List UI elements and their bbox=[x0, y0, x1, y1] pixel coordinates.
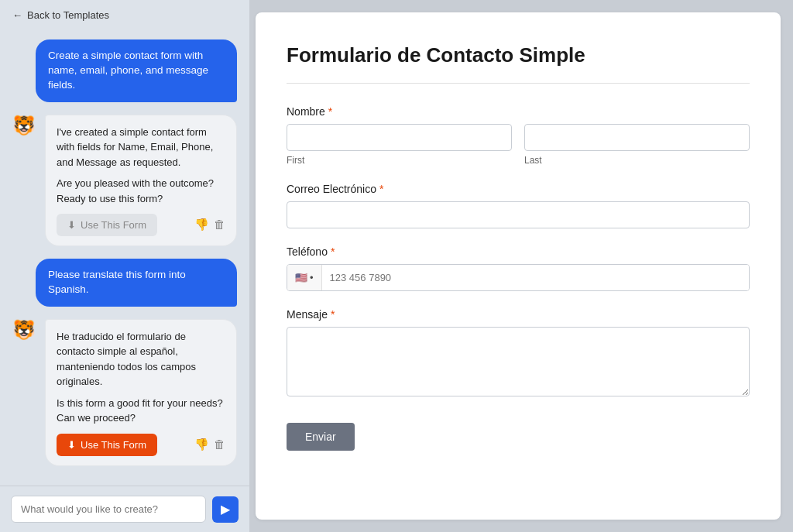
last-name-sublabel: Last bbox=[524, 155, 750, 166]
nombre-required: * bbox=[328, 105, 332, 118]
last-name-col: Last bbox=[524, 124, 750, 166]
download-icon-1: ⬇ bbox=[67, 219, 76, 231]
bot-bubble-2: He traducido el formulario de contacto s… bbox=[45, 319, 237, 466]
form-group-email: Correo Electrónico * bbox=[287, 183, 750, 228]
submit-button[interactable]: Enviar bbox=[287, 423, 355, 451]
first-name-sublabel: First bbox=[287, 155, 512, 166]
use-form-label-1: Use This Form bbox=[81, 219, 146, 231]
use-form-button-2[interactable]: ⬇ Use This Form bbox=[57, 434, 157, 456]
trash-icon-1[interactable]: 🗑 bbox=[214, 216, 225, 234]
form-group-nombre: Nombre * First Last bbox=[287, 105, 750, 166]
back-arrow-icon: ← bbox=[12, 9, 22, 21]
nombre-row: First Last bbox=[287, 124, 750, 166]
email-input[interactable] bbox=[287, 201, 750, 228]
use-form-button-1[interactable]: ⬇ Use This Form bbox=[57, 214, 157, 236]
thumbs-down-icon-1[interactable]: 👎 bbox=[194, 216, 209, 234]
user-message-2: Please translate this form into Spanish. bbox=[36, 259, 237, 307]
bot-message-2: 🐯 He traducido el formulario de contacto… bbox=[12, 319, 237, 466]
bot-avatar-2: 🐯 bbox=[12, 321, 37, 345]
us-flag-icon: 🇺🇸 bbox=[295, 272, 307, 283]
bot-text-2a: He traducido el formulario de contacto s… bbox=[57, 329, 225, 390]
bot-text-1a: I've created a simple contact form with … bbox=[57, 125, 225, 170]
form-group-mensaje: Mensaje * bbox=[287, 308, 750, 400]
use-form-label-2: Use This Form bbox=[81, 439, 146, 451]
send-icon: ▶ bbox=[221, 502, 230, 517]
phone-row: 🇺🇸 • bbox=[287, 264, 750, 291]
chat-area: Create a simple contact form with name, … bbox=[0, 30, 249, 486]
back-nav[interactable]: ← Back to Templates bbox=[0, 0, 249, 30]
chat-input[interactable] bbox=[11, 496, 206, 523]
bot-actions-2: ⬇ Use This Form 👎 🗑 bbox=[57, 434, 225, 456]
action-icons-2: 👎 🗑 bbox=[194, 436, 225, 454]
email-required: * bbox=[379, 183, 383, 195]
user-message-1: Create a simple contact form with name, … bbox=[36, 39, 237, 102]
phone-input[interactable] bbox=[322, 265, 749, 290]
mensaje-textarea[interactable] bbox=[287, 327, 750, 396]
back-nav-label: Back to Templates bbox=[27, 9, 109, 21]
bot-bubble-1: I've created a simple contact form with … bbox=[45, 115, 237, 247]
mensaje-required: * bbox=[331, 308, 335, 321]
input-bar: ▶ bbox=[0, 486, 249, 532]
chat-panel: ← Back to Templates Create a simple cont… bbox=[0, 0, 249, 532]
form-divider bbox=[287, 83, 750, 84]
phone-flag[interactable]: 🇺🇸 • bbox=[287, 265, 322, 290]
telefono-label: Teléfono * bbox=[287, 245, 750, 258]
thumbs-down-icon-2[interactable]: 👎 bbox=[194, 436, 209, 454]
bot-text-2b: Is this form a good fit for your needs? … bbox=[57, 396, 225, 426]
first-name-col: First bbox=[287, 124, 512, 166]
action-icons-1: 👎 🗑 bbox=[194, 216, 225, 234]
email-label: Correo Electrónico * bbox=[287, 183, 750, 195]
telefono-required: * bbox=[331, 245, 335, 258]
bot-actions-1: ⬇ Use This Form 👎 🗑 bbox=[57, 214, 225, 236]
mensaje-label: Mensaje * bbox=[287, 308, 750, 321]
nombre-label: Nombre * bbox=[287, 105, 750, 118]
submit-label: Enviar bbox=[305, 431, 336, 443]
dial-code: • bbox=[310, 272, 314, 283]
first-name-input[interactable] bbox=[287, 124, 512, 151]
form-title: Formulario de Contacto Simple bbox=[287, 43, 750, 67]
send-button[interactable]: ▶ bbox=[212, 496, 239, 523]
bot-avatar-1: 🐯 bbox=[12, 116, 37, 141]
bot-message-1: 🐯 I've created a simple contact form wit… bbox=[12, 115, 237, 247]
trash-icon-2[interactable]: 🗑 bbox=[214, 436, 225, 454]
last-name-input[interactable] bbox=[524, 124, 750, 151]
bot-text-1b: Are you pleased with the outcome? Ready … bbox=[57, 176, 225, 206]
form-preview-panel: Formulario de Contacto Simple Nombre * F… bbox=[256, 12, 781, 520]
download-icon-2: ⬇ bbox=[67, 439, 76, 451]
form-group-telefono: Teléfono * 🇺🇸 • bbox=[287, 245, 750, 291]
